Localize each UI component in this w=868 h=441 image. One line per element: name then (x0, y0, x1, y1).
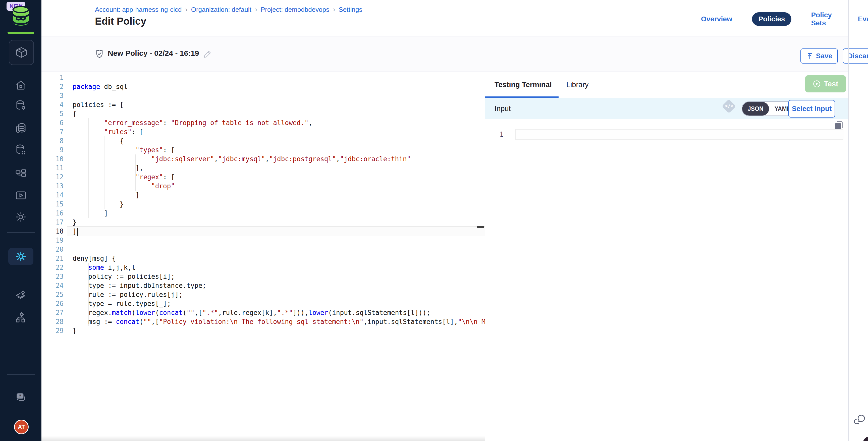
page-title: Edit Policy (95, 15, 147, 27)
nav-policy-sets[interactable]: Policy Sets (804, 8, 838, 30)
code-line: some i,j,k,l (72, 263, 485, 272)
policy-name: New Policy - 02/24 - 16:19 (108, 49, 199, 58)
testing-panel: Testing TerminalLibrary Test Input </> J… (485, 72, 848, 441)
nav-overview[interactable]: Overview (694, 12, 739, 26)
code-line: "regex": [ (72, 172, 485, 182)
editor-lines: package db_sqlpolicies := [{ "error_mess… (72, 73, 485, 335)
edit-pencil-icon[interactable] (203, 50, 212, 59)
breadcrumb-item[interactable]: Account: app-harness-ng-cicd (95, 6, 182, 13)
code-line: { (72, 109, 485, 118)
code-line: ] (72, 191, 485, 200)
line-number: 25 (41, 290, 64, 299)
line-number: 6 (41, 118, 64, 127)
save-button[interactable]: Save (800, 49, 838, 64)
line-number: 27 (41, 308, 64, 317)
play-circle-icon (813, 80, 821, 88)
sidebar: NEW (0, 0, 41, 441)
code-line: ] (72, 227, 485, 236)
code-line: ] (72, 209, 485, 218)
layers-gear-icon (15, 290, 27, 302)
tab-library[interactable]: Library (566, 81, 589, 89)
code-line: policy := policies[i]; (72, 272, 485, 281)
sidebar-item-project-settings-active[interactable] (8, 248, 33, 265)
sidebar-item-db-settings[interactable] (14, 99, 27, 112)
line-number: 5 (41, 109, 64, 118)
code-line: "error_message": "Dropping of table is n… (72, 118, 485, 127)
code-line (72, 245, 485, 254)
shield-check-icon (94, 49, 105, 60)
sidebar-item-home[interactable] (14, 79, 27, 91)
breadcrumb-item[interactable]: Project: demodbdevops (261, 6, 329, 13)
gear-icon (15, 211, 27, 223)
code-line: type = rule.types[_]; (72, 299, 485, 308)
code-line (72, 236, 485, 245)
line-number: 12 (41, 172, 64, 182)
sidebar-divider (7, 232, 35, 233)
sidebar-item-infrastructure[interactable] (14, 311, 27, 324)
policy-code-editor[interactable]: 1234567891011121314151617181920212223242… (41, 72, 485, 441)
breadcrumb-item[interactable]: Organization: default (191, 6, 251, 13)
support-chat-icon[interactable] (853, 413, 867, 427)
line-number: 16 (41, 209, 64, 218)
line-number: 21 (41, 254, 64, 263)
sidebar-item-settings[interactable] (14, 211, 27, 223)
code-glyph: </> (722, 103, 736, 108)
cube-icon (15, 46, 28, 59)
sidebar-item-help[interactable]: ? (14, 392, 27, 404)
video-play-icon (15, 189, 27, 201)
input-editor-line[interactable] (516, 129, 843, 140)
line-number: 13 (41, 182, 64, 191)
sidebar-item-db-stack[interactable] (14, 122, 27, 134)
line-number: 2 (41, 82, 64, 91)
line-number: 1 (41, 73, 64, 82)
database-gear-icon (15, 99, 27, 111)
nav-policies[interactable]: Policies (752, 12, 792, 26)
input-label: Input (495, 104, 511, 113)
gear-active-icon (14, 250, 27, 263)
chat-widget-blob[interactable] (863, 437, 868, 441)
database-stack-icon (15, 122, 27, 134)
line-number: 8 (41, 136, 64, 146)
line-number: 26 (41, 299, 64, 308)
sidebar-item-db-nodes[interactable] (14, 143, 27, 156)
code-line: package db_sql (72, 82, 485, 91)
test-label: Test (824, 80, 838, 88)
line-number: 19 (41, 236, 64, 245)
discard-button[interactable]: Discard (843, 49, 868, 64)
code-line: regex.match(lower(concat("",[".*",rule.r… (72, 308, 485, 317)
line-number: 3 (41, 91, 64, 100)
home-icon (15, 79, 27, 91)
line-number: 18 (41, 227, 64, 236)
policy-toolbar: New Policy - 02/24 - 16:19 Save Discard (41, 36, 848, 72)
user-avatar[interactable]: AT (14, 420, 29, 434)
code-line: "rules": [ (72, 127, 485, 136)
scrollbar-cursor-marker[interactable] (477, 226, 484, 228)
module-selector-button[interactable] (9, 40, 34, 65)
editor-horizontal-scrollbar[interactable] (41, 436, 485, 441)
breadcrumb-separator: › (255, 5, 257, 13)
code-line: rule := policy.rules[j]; (72, 290, 485, 299)
help-chat-icon: ? (14, 391, 27, 405)
harness-db-logo-icon[interactable] (11, 5, 31, 29)
logo-underline (7, 32, 34, 34)
input-line-number: 1 (500, 129, 503, 140)
sidebar-item-environments[interactable] (14, 289, 27, 302)
tab-testing-terminal[interactable]: Testing Terminal (495, 81, 552, 89)
line-number: 15 (41, 200, 64, 209)
select-input-label: Select Input (792, 105, 832, 113)
flowchart-icon (15, 168, 27, 180)
input-bar: Input </> JSONYAML Select Input (485, 98, 848, 119)
test-button[interactable]: Test (805, 75, 846, 92)
testing-tabs: Testing TerminalLibrary (495, 72, 588, 97)
sidebar-divider (7, 374, 35, 375)
toggle-json[interactable]: JSON (742, 102, 769, 116)
top-nav: OverviewPoliciesPolicy SetsEvaluations (694, 12, 868, 26)
sidebar-item-executions[interactable] (14, 189, 27, 202)
sidebar-item-pipelines[interactable] (14, 167, 27, 180)
text-cursor (77, 228, 78, 236)
code-line: "jdbc:sqlserver","jdbc:mysql","jdbc:post… (72, 154, 485, 163)
code-line: } (72, 326, 485, 335)
breadcrumb-item[interactable]: Settings (339, 6, 363, 13)
select-input-button[interactable]: Select Input (788, 100, 835, 118)
nav-evaluations[interactable]: Evaluations (851, 12, 868, 26)
